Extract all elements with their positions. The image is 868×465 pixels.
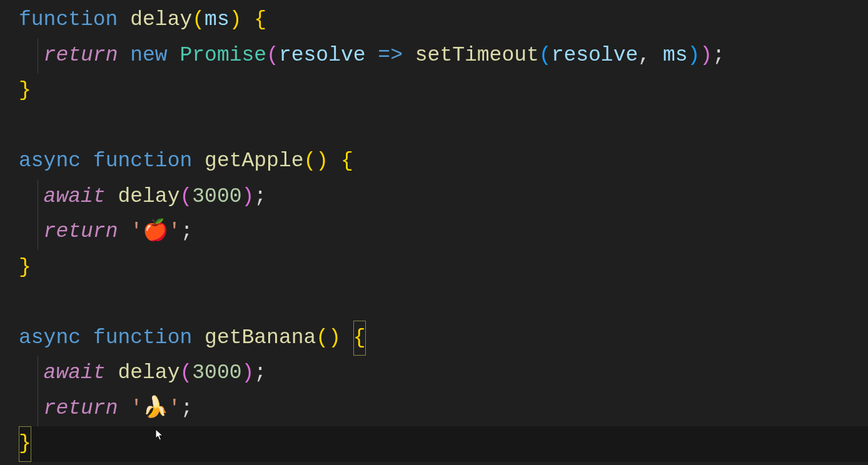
token-brace-y: { bbox=[341, 149, 353, 172]
code-line-content: } bbox=[19, 256, 31, 279]
code-line[interactable]: } bbox=[19, 250, 868, 286]
token-str: '🍎' bbox=[130, 220, 181, 243]
code-line-content: function delay(ms) { bbox=[19, 8, 266, 31]
token-brace-y: ) bbox=[328, 326, 341, 349]
code-line[interactable] bbox=[19, 285, 868, 321]
token-brace-y: { bbox=[254, 8, 266, 31]
token-brace-y: ( bbox=[192, 8, 204, 31]
code-line-content: async function getBanana() { bbox=[19, 326, 366, 349]
code-line[interactable]: async function getBanana() { bbox=[19, 321, 868, 356]
token-brace-p: ( bbox=[179, 361, 192, 384]
token-brace-y: } bbox=[19, 79, 31, 102]
token-pun: ; bbox=[181, 220, 193, 243]
token-fn: delay bbox=[118, 185, 179, 208]
code-line[interactable]: await delay(3000); bbox=[19, 179, 868, 215]
token-kw: async bbox=[19, 149, 81, 172]
token-brace-y: ( bbox=[316, 326, 328, 349]
token-brace-p: ) bbox=[242, 185, 255, 208]
token-brace-y: ( bbox=[304, 149, 316, 172]
token-num: 3000 bbox=[192, 185, 241, 208]
code-line[interactable] bbox=[19, 109, 868, 144]
token-kw: function bbox=[93, 149, 192, 172]
code-line[interactable]: } bbox=[19, 426, 868, 462]
token-num: 3000 bbox=[192, 361, 241, 384]
token-kw: function bbox=[93, 326, 192, 349]
token-pun: ; bbox=[254, 361, 266, 384]
token-brace-y: } bbox=[19, 256, 31, 279]
code-line-content: async function getApple() { bbox=[19, 149, 353, 172]
token-brace-p: ( bbox=[179, 185, 192, 208]
token-brace-y: ) bbox=[230, 8, 242, 31]
active-line-highlight bbox=[19, 426, 868, 462]
code-editor[interactable]: function delay(ms) { return new Promise(… bbox=[0, 0, 868, 465]
token-kw-it: await bbox=[44, 185, 106, 208]
code-line[interactable]: return new Promise(resolve => setTimeout… bbox=[19, 38, 868, 74]
token-brace-p: ( bbox=[266, 44, 279, 67]
token-param: resolve bbox=[279, 44, 366, 67]
token-kw: new bbox=[130, 44, 167, 67]
token-kw: => bbox=[378, 44, 403, 67]
bracket-match: } bbox=[19, 426, 31, 462]
token-pun: ; bbox=[254, 185, 266, 208]
token-fn: delay bbox=[118, 361, 179, 384]
code-line[interactable]: async function getApple() { bbox=[19, 144, 868, 179]
token-param: ms bbox=[663, 44, 688, 67]
code-line[interactable]: } bbox=[19, 73, 868, 109]
token-kw-it: return bbox=[44, 220, 118, 243]
token-brace-p: ) bbox=[700, 44, 712, 67]
code-line-content: return '🍎'; bbox=[19, 220, 193, 243]
code-line-content: return '🍌'; bbox=[19, 397, 193, 420]
code-line[interactable]: return '🍌'; bbox=[19, 391, 868, 427]
code-line-content: await delay(3000); bbox=[19, 361, 266, 384]
bracket-match: { bbox=[353, 321, 366, 356]
token-brace-p: ) bbox=[242, 361, 255, 384]
token-brace-b: ( bbox=[539, 44, 552, 67]
code-line-content: } bbox=[19, 432, 31, 455]
token-fn: setTimeout bbox=[415, 44, 539, 67]
token-param: resolve bbox=[552, 44, 638, 67]
code-line-content: await delay(3000); bbox=[19, 185, 266, 208]
token-str: '🍌' bbox=[130, 397, 181, 420]
token-pun: ; bbox=[712, 44, 725, 67]
token-pun: , bbox=[638, 44, 650, 67]
token-param: ms bbox=[204, 8, 230, 31]
token-brace-b: ) bbox=[688, 44, 700, 67]
token-fn: getApple bbox=[204, 149, 303, 172]
token-fn: getBanana bbox=[204, 326, 316, 349]
token-pun: ; bbox=[181, 397, 193, 420]
token-kw: function bbox=[19, 8, 118, 31]
code-line-content: return new Promise(resolve => setTimeout… bbox=[19, 44, 725, 67]
token-kw-it: await bbox=[44, 361, 106, 384]
code-line-content: } bbox=[19, 79, 31, 102]
token-fn: delay bbox=[130, 8, 192, 31]
token-cls: Promise bbox=[179, 44, 266, 67]
token-brace-y: ) bbox=[316, 149, 328, 172]
code-line[interactable]: await delay(3000); bbox=[19, 356, 868, 391]
token-kw-it: return bbox=[44, 397, 118, 420]
token-kw: async bbox=[19, 326, 81, 349]
code-line[interactable]: return '🍎'; bbox=[19, 214, 868, 250]
code-line[interactable]: function delay(ms) { bbox=[19, 2, 868, 38]
token-kw-it: return bbox=[44, 44, 118, 67]
